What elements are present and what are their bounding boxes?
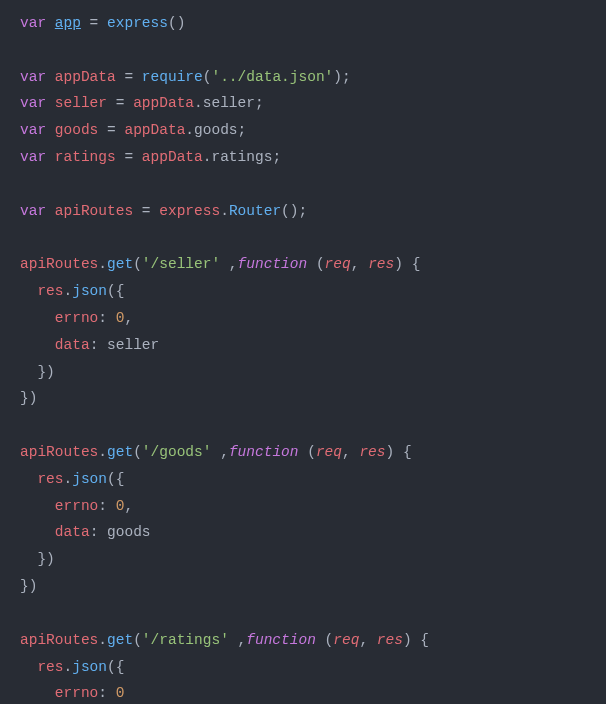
blank-line: [20, 600, 586, 627]
blank-line: [20, 412, 586, 439]
code-line: data: goods: [20, 519, 586, 546]
code-line: data: seller: [20, 332, 586, 359]
code-line: var goods = appData.goods;: [20, 117, 586, 144]
code-editor-content[interactable]: var app = express() var appData = requir…: [20, 10, 586, 704]
code-line: errno: 0,: [20, 493, 586, 520]
code-line: }): [20, 359, 586, 386]
code-line: }): [20, 385, 586, 412]
code-line: var apiRoutes = express.Router();: [20, 198, 586, 225]
code-line: var seller = appData.seller;: [20, 90, 586, 117]
blank-line: [20, 37, 586, 64]
code-line: }): [20, 546, 586, 573]
code-line: res.json({: [20, 654, 586, 681]
code-line: var app = express(): [20, 10, 586, 37]
code-line: var appData = require('../data.json');: [20, 64, 586, 91]
code-line: var ratings = appData.ratings;: [20, 144, 586, 171]
code-line: apiRoutes.get('/goods' ,function (req, r…: [20, 439, 586, 466]
code-line: errno: 0: [20, 680, 586, 704]
blank-line: [20, 225, 586, 252]
code-line: res.json({: [20, 466, 586, 493]
code-line: apiRoutes.get('/seller' ,function (req, …: [20, 251, 586, 278]
code-line: apiRoutes.get('/ratings' ,function (req,…: [20, 627, 586, 654]
code-line: errno: 0,: [20, 305, 586, 332]
blank-line: [20, 171, 586, 198]
code-line: res.json({: [20, 278, 586, 305]
code-line: }): [20, 573, 586, 600]
